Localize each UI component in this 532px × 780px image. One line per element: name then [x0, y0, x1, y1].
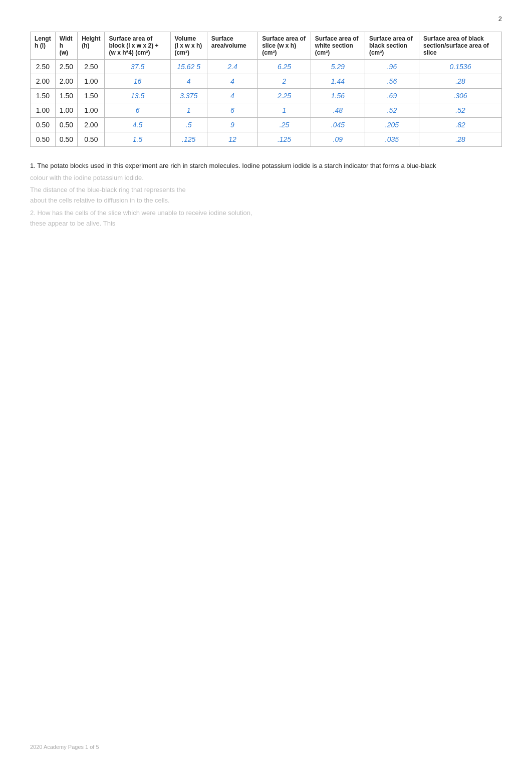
table-cell-width: 1.00	[55, 103, 77, 118]
table-cell-ratio: .306	[419, 89, 502, 103]
table-cell-volume: 3.375	[170, 89, 207, 103]
table-cell-surface_area_block: 16	[105, 74, 170, 89]
table-cell-ratio: .52	[419, 103, 502, 118]
table-cell-surface_area_black: .96	[365, 60, 419, 74]
col-header-sa-white: Surface area of white section (cm²)	[311, 32, 365, 60]
table-cell-length: 0.50	[31, 118, 56, 132]
col-header-surface-block: Surface area of block (l x w x 2) + (w x…	[105, 32, 170, 60]
table-cell-surface_area_white: .48	[311, 103, 365, 118]
q3-blurred: 2. How has the cells of the slice which …	[30, 208, 502, 229]
table-cell-surface_area_black: .035	[365, 132, 419, 147]
table-cell-surface_area_volume: 9	[207, 118, 257, 132]
table-cell-surface_area_white: .09	[311, 132, 365, 147]
table-cell-surface_area_black: .205	[365, 118, 419, 132]
questions-section: 1. The potato blocks used in this experi…	[30, 161, 502, 229]
table-cell-surface_area_block: 6	[105, 103, 170, 118]
table-cell-surface_area_slice: .25	[258, 118, 311, 132]
col-header-sa-slice: Surface area of slice (w x h) (cm²)	[258, 32, 311, 60]
table-cell-surface_area_block: 4.5	[105, 118, 170, 132]
table-cell-length: 0.50	[31, 132, 56, 147]
q1-text: The potato blocks used in this experimen…	[37, 162, 436, 169]
question-1: 1. The potato blocks used in this experi…	[30, 161, 502, 229]
col-header-sa-black: Surface area of black section (cm²)	[365, 32, 419, 60]
table-cell-surface_area_slice: 6.25	[258, 60, 311, 74]
table-cell-surface_area_volume: 2.4	[207, 60, 257, 74]
table-cell-height: 0.50	[78, 132, 105, 147]
table-cell-length: 1.00	[31, 103, 56, 118]
footer-note: 2020 Academy Pages 1 of 5	[30, 744, 99, 750]
table-cell-height: 1.00	[78, 103, 105, 118]
col-header-length: Length (l)	[31, 32, 56, 60]
table-cell-length: 2.00	[31, 74, 56, 89]
table-cell-surface_area_volume: 4	[207, 74, 257, 89]
table-cell-volume: .125	[170, 132, 207, 147]
table-cell-surface_area_block: 13.5	[105, 89, 170, 103]
table-cell-width: 0.50	[55, 132, 77, 147]
table-cell-ratio: .28	[419, 74, 502, 89]
table-cell-length: 2.50	[31, 60, 56, 74]
col-header-volume: Volume(l x w x h) (cm³)	[170, 32, 207, 60]
table-cell-surface_area_slice: 2	[258, 74, 311, 89]
table-cell-width: 2.50	[55, 60, 77, 74]
table-cell-volume: 15.62 5	[170, 60, 207, 74]
col-header-width: Width (w)	[55, 32, 77, 60]
table-cell-surface_area_black: .52	[365, 103, 419, 118]
table-cell-surface_area_white: 1.44	[311, 74, 365, 89]
table-cell-ratio: .82	[419, 118, 502, 132]
page-number: 2	[30, 15, 502, 23]
table-cell-width: 2.00	[55, 74, 77, 89]
q1-blurred: colour with the iodine potassium iodide.	[30, 173, 502, 183]
table-cell-surface_area_slice: .125	[258, 132, 311, 147]
table-cell-ratio: .28	[419, 132, 502, 147]
table-cell-volume: .5	[170, 118, 207, 132]
table-cell-surface_area_slice: 2.25	[258, 89, 311, 103]
table-cell-length: 1.50	[31, 89, 56, 103]
table-cell-height: 1.50	[78, 89, 105, 103]
q1-number: 1.	[30, 162, 36, 169]
table-cell-surface_area_volume: 6	[207, 103, 257, 118]
table-cell-height: 2.50	[78, 60, 105, 74]
table-cell-surface_area_block: 1.5	[105, 132, 170, 147]
table-cell-width: 1.50	[55, 89, 77, 103]
table-cell-height: 1.00	[78, 74, 105, 89]
table-cell-height: 2.00	[78, 118, 105, 132]
table-cell-surface_area_slice: 1	[258, 103, 311, 118]
table-cell-surface_area_white: 1.56	[311, 89, 365, 103]
table-cell-surface_area_white: .045	[311, 118, 365, 132]
data-table: Length (l) Width (w) Height(h) Surface a…	[30, 32, 502, 147]
table-cell-surface_area_white: 5.29	[311, 60, 365, 74]
table-cell-surface_area_black: .56	[365, 74, 419, 89]
col-header-height: Height(h)	[78, 32, 105, 60]
table-cell-volume: 4	[170, 74, 207, 89]
table-cell-width: 0.50	[55, 118, 77, 132]
col-header-sa-volume: Surface area/volume	[207, 32, 257, 60]
table-cell-volume: 1	[170, 103, 207, 118]
col-header-ratio: Surface area of black section/surface ar…	[419, 32, 502, 60]
table-cell-surface_area_block: 37.5	[105, 60, 170, 74]
table-cell-surface_area_volume: 12	[207, 132, 257, 147]
table-cell-ratio: 0.1536	[419, 60, 502, 74]
table-cell-surface_area_black: .69	[365, 89, 419, 103]
table-cell-surface_area_volume: 4	[207, 89, 257, 103]
q1-blurred-2: The distance of the blue-black ring that…	[30, 185, 502, 206]
